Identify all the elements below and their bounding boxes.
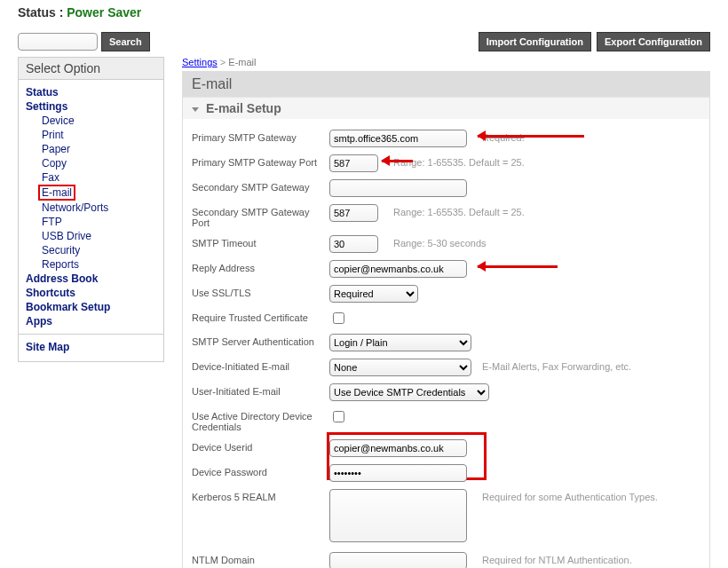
label-smtp-auth: SMTP Server Authentication bbox=[192, 334, 329, 347]
label-require-trusted: Require Trusted Certificate bbox=[192, 310, 329, 323]
smtp-timeout-input[interactable] bbox=[329, 235, 378, 253]
hint-primary-gateway: Required. bbox=[471, 130, 525, 143]
primary-port-input[interactable] bbox=[329, 154, 378, 172]
export-config-button[interactable]: Export Configuration bbox=[597, 32, 710, 51]
sidebar-item-device[interactable]: Device bbox=[19, 114, 163, 128]
sidebar: Select Option Status Settings Device Pri… bbox=[18, 57, 164, 362]
sidebar-item-copy[interactable]: Copy bbox=[19, 156, 163, 170]
hint-primary-port: Range: 1-65535. Default = 25. bbox=[383, 154, 525, 168]
primary-gateway-input[interactable] bbox=[329, 130, 467, 147]
panel-section[interactable]: E-mail Setup bbox=[183, 97, 709, 119]
label-ntlm: NTLM Domain bbox=[192, 552, 329, 565]
label-primary-port: Primary SMTP Gateway Port bbox=[192, 154, 329, 168]
import-config-button[interactable]: Import Configuration bbox=[479, 32, 591, 51]
sidebar-item-reports[interactable]: Reports bbox=[19, 257, 163, 272]
sidebar-item-shortcuts[interactable]: Shortcuts bbox=[19, 286, 163, 300]
sidebar-header: Select Option bbox=[19, 58, 163, 80]
sidebar-item-settings[interactable]: Settings bbox=[19, 99, 163, 114]
annotation-arrow-icon bbox=[478, 261, 566, 272]
sidebar-item-paper[interactable]: Paper bbox=[19, 142, 163, 156]
hint-ntlm: Required for NTLM Authentication. bbox=[471, 552, 632, 565]
label-device-initiated: Device-Initiated E-mail bbox=[192, 359, 329, 372]
search-button[interactable]: Search bbox=[101, 32, 150, 51]
use-ssl-select[interactable]: Required bbox=[329, 285, 418, 303]
sidebar-item-status[interactable]: Status bbox=[19, 85, 163, 99]
collapse-icon bbox=[192, 107, 199, 112]
hint-device-initiated: E-Mail Alerts, Fax Forwarding, etc. bbox=[471, 359, 631, 372]
kerberos-input[interactable] bbox=[329, 489, 467, 542]
sidebar-item-print[interactable]: Print bbox=[19, 128, 163, 142]
sidebar-item-bookmark[interactable]: Bookmark Setup bbox=[19, 300, 163, 314]
sidebar-item-fax[interactable]: Fax bbox=[19, 170, 163, 185]
breadcrumb: Settings > E-mail bbox=[182, 55, 710, 71]
hint-kerberos: Required for some Authentication Types. bbox=[471, 489, 658, 502]
reply-address-input[interactable] bbox=[329, 260, 467, 278]
sidebar-item-address-book[interactable]: Address Book bbox=[19, 272, 163, 286]
secondary-gateway-input[interactable] bbox=[329, 179, 467, 197]
label-device-userid: Device Userid bbox=[192, 439, 329, 453]
label-reply-address: Reply Address bbox=[192, 260, 329, 273]
sidebar-item-security[interactable]: Security bbox=[19, 243, 163, 257]
panel-title: E-mail bbox=[183, 72, 709, 97]
label-device-password: Device Password bbox=[192, 464, 329, 477]
device-initiated-select[interactable]: None bbox=[329, 359, 471, 376]
require-trusted-checkbox[interactable] bbox=[333, 312, 344, 324]
status-value: Power Saver bbox=[67, 5, 141, 20]
sidebar-item-email[interactable]: E-mail bbox=[38, 185, 75, 201]
search-input[interactable] bbox=[18, 33, 98, 51]
label-kerberos: Kerberos 5 REALM bbox=[192, 489, 329, 502]
label-user-initiated: User-Initiated E-mail bbox=[192, 383, 329, 397]
label-use-ssl: Use SSL/TLS bbox=[192, 285, 329, 298]
sidebar-item-usb[interactable]: USB Drive bbox=[19, 229, 163, 243]
sidebar-item-apps[interactable]: Apps bbox=[19, 314, 163, 328]
panel-section-label: E-mail Setup bbox=[206, 101, 281, 115]
sidebar-item-sitemap[interactable]: Site Map bbox=[19, 340, 163, 354]
sidebar-item-ftp[interactable]: FTP bbox=[19, 215, 163, 229]
label-smtp-timeout: SMTP Timeout bbox=[192, 235, 329, 248]
label-secondary-gateway: Secondary SMTP Gateway bbox=[192, 179, 329, 193]
sidebar-item-network[interactable]: Network/Ports bbox=[19, 201, 163, 215]
hint-secondary-port: Range: 1-65535. Default = 25. bbox=[383, 204, 525, 217]
user-initiated-select[interactable]: Use Device SMTP Credentials bbox=[329, 383, 489, 401]
hint-smtp-timeout: Range: 5-30 seconds bbox=[383, 235, 487, 248]
breadcrumb-current: E-mail bbox=[228, 57, 256, 67]
label-primary-gateway: Primary SMTP Gateway bbox=[192, 130, 329, 143]
smtp-auth-select[interactable]: Login / Plain bbox=[329, 334, 471, 351]
label-secondary-port: Secondary SMTP Gateway Port bbox=[192, 204, 329, 228]
breadcrumb-root[interactable]: Settings bbox=[182, 57, 218, 67]
ntlm-input[interactable] bbox=[329, 552, 467, 568]
device-password-input[interactable] bbox=[329, 464, 467, 482]
use-ad-checkbox[interactable] bbox=[333, 411, 344, 422]
status-label: Status : bbox=[18, 5, 63, 20]
device-userid-input[interactable] bbox=[329, 439, 467, 457]
secondary-port-input[interactable] bbox=[329, 204, 378, 222]
label-use-ad: Use Active Directory Device Credentials bbox=[192, 408, 329, 432]
